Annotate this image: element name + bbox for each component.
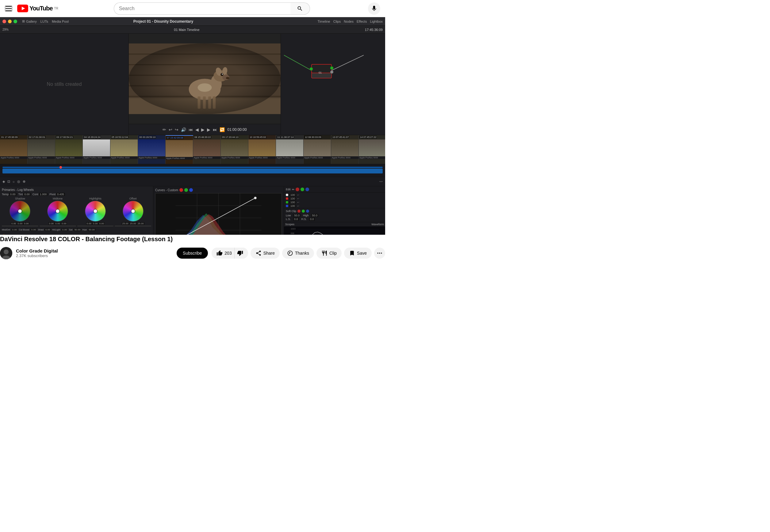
pencil-button[interactable]: ✏ bbox=[162, 127, 166, 132]
channel-avatar[interactable] bbox=[0, 247, 12, 259]
edit-green-btn[interactable] bbox=[300, 188, 304, 191]
shadow-values: 0.00 0.00 0.00 bbox=[11, 222, 29, 225]
clip-item-7[interactable]: 07 15:42:09:08 Apple ProRes 4444 bbox=[166, 135, 193, 164]
color-tool-btn-4[interactable]: ◎ bbox=[17, 180, 20, 184]
edit-pencil-btn[interactable]: ✏ bbox=[292, 188, 294, 191]
clip-item-13[interactable]: 13 07:45:41:07 Apple ProRes 4444 bbox=[331, 135, 359, 164]
video-container: ⊞ Gallery LUTs Media Pool Project 01 - D… bbox=[0, 17, 385, 235]
shadow-slider[interactable] bbox=[2, 226, 38, 226]
loop-button[interactable]: 🔁 bbox=[219, 127, 225, 132]
channel-reset-4[interactable]: ↩ bbox=[297, 205, 299, 207]
play-button[interactable]: ▶ bbox=[201, 127, 204, 132]
timeline-tab[interactable]: Timeline bbox=[318, 20, 330, 23]
highlights-color-wheel[interactable] bbox=[85, 201, 106, 222]
shadow-label: Shadow bbox=[15, 197, 25, 200]
color-tool-btn-5[interactable]: ⊕ bbox=[23, 180, 25, 184]
hi-light-label: Hi/Light bbox=[52, 228, 60, 231]
clip-format: Apple ProRes 4444 bbox=[276, 156, 303, 159]
channel-reset-2[interactable]: ↩ bbox=[297, 197, 299, 200]
thanks-button[interactable]: Thanks bbox=[282, 248, 314, 259]
highlights-val-b: 0.00 bbox=[99, 222, 105, 225]
color-toolbar: ◈ ⊡ ○ ◎ ⊕ 〰 bbox=[0, 177, 385, 186]
clip-item-3[interactable]: 03 17:00:54:21 Apple ProRes 4444 bbox=[55, 135, 83, 164]
soft-clip-blue[interactable] bbox=[306, 210, 309, 213]
waveform-btn[interactable]: 〰 bbox=[379, 180, 383, 184]
curves-green-btn[interactable] bbox=[184, 188, 188, 192]
channel-val-3: 100 bbox=[289, 201, 296, 204]
minimize-window-dot[interactable] bbox=[8, 20, 12, 23]
offset-color-wheel[interactable] bbox=[123, 201, 143, 222]
more-options-button[interactable] bbox=[374, 248, 385, 259]
highlights-slider[interactable] bbox=[77, 226, 114, 226]
like-button[interactable]: 203 bbox=[211, 248, 234, 259]
undo-button[interactable]: ↩ bbox=[169, 127, 172, 132]
clip-item-5[interactable]: 05 16:53:12:04 Apple ProRes 4444 bbox=[110, 135, 138, 164]
zoom-level: 29% bbox=[2, 28, 9, 31]
clip-item-2[interactable]: 02 17:01:30:01 Apple ProRes 4444 bbox=[28, 135, 55, 164]
channel-reset-1[interactable]: ↩ bbox=[297, 194, 299, 196]
header-left: YouTube TR bbox=[5, 5, 58, 12]
search-input[interactable] bbox=[114, 2, 290, 15]
channel-name[interactable]: Color Grade Digital bbox=[16, 248, 173, 253]
skip-forward-button[interactable]: ⏭ bbox=[213, 127, 217, 132]
subscribe-button[interactable]: Subscribe bbox=[177, 248, 208, 259]
color-tool-btn-3[interactable]: ○ bbox=[13, 180, 15, 184]
clip-item-10[interactable]: 10 16:59:45:02 Apple ProRes 4444 bbox=[248, 135, 276, 164]
clip-thumbnail bbox=[55, 139, 82, 156]
clip-item-9[interactable]: 09 17:20:44:13 Apple ProRes 4444 bbox=[221, 135, 248, 164]
clip-thumbnail bbox=[221, 139, 248, 156]
soft-clip-red[interactable] bbox=[297, 210, 300, 213]
hamburger-menu-button[interactable] bbox=[5, 6, 12, 12]
search-button[interactable] bbox=[290, 2, 310, 15]
edit-red-btn[interactable] bbox=[295, 188, 299, 191]
clip-item-8[interactable]: 08 15:48:39:22 Apple ProRes 4444 bbox=[193, 135, 221, 164]
clip-button[interactable]: Clip bbox=[316, 248, 341, 259]
midtone-slider[interactable] bbox=[40, 226, 76, 226]
luts-tab[interactable]: LUTs bbox=[40, 20, 48, 23]
step-back-button[interactable]: ◀ bbox=[195, 127, 199, 132]
clip-item-14[interactable]: 14 07:45:27:22 Apple ProRes 4444 bbox=[359, 135, 385, 164]
save-button[interactable]: Save bbox=[344, 248, 371, 259]
voice-search-button[interactable] bbox=[368, 2, 380, 15]
clip-item-6[interactable]: 06 00:28:59:10 Apple ProRes 4444 bbox=[138, 135, 166, 164]
clip-item-1[interactable]: 01 17:45:36:09 Apple ProRes 4444 bbox=[0, 135, 28, 164]
mic-icon bbox=[371, 6, 377, 12]
close-window-dot[interactable] bbox=[2, 20, 6, 23]
youtube-logo-icon bbox=[17, 5, 28, 12]
channel-reset-3[interactable]: ↩ bbox=[297, 201, 299, 204]
redo-button[interactable]: ↪ bbox=[175, 127, 178, 132]
step-forward-button[interactable]: ▶ bbox=[207, 127, 210, 132]
preview-controls: ✏ ↩ ↪ 🔊 ⏮ ◀ ▶ ▶ ⏭ 🔁 01:00:00:00 bbox=[129, 124, 280, 135]
curves-red-btn[interactable] bbox=[179, 188, 183, 192]
clips-tab[interactable]: Clips bbox=[333, 20, 341, 23]
midtone-color-wheel[interactable] bbox=[47, 201, 68, 222]
gallery-icon: ⊞ bbox=[22, 19, 25, 23]
color-tool-btn-1[interactable]: ◈ bbox=[2, 180, 5, 184]
youtube-logo[interactable]: YouTube TR bbox=[17, 5, 58, 12]
gallery-tab[interactable]: ⊞ Gallery bbox=[22, 19, 37, 23]
color-tool-btn-2[interactable]: ⊡ bbox=[7, 180, 10, 184]
offset-slider[interactable] bbox=[115, 226, 151, 226]
effects-tab[interactable]: Effects bbox=[356, 20, 367, 23]
volume-button[interactable]: 🔊 bbox=[181, 127, 186, 132]
clip-thumbnail bbox=[28, 139, 55, 156]
clip-item-12[interactable]: 12 08:30:33:09 Apple ProRes 4444 bbox=[303, 135, 331, 164]
clip-item-11[interactable]: 11 11:36:37:14 Apple ProRes 4444 bbox=[276, 135, 303, 164]
shadow-color-wheel[interactable] bbox=[10, 201, 30, 222]
clip-format: Apple ProRes 4444 bbox=[248, 156, 276, 159]
skip-back-button[interactable]: ⏮ bbox=[189, 127, 193, 132]
media-pool-tab[interactable]: Media Pool bbox=[52, 20, 69, 23]
dislike-button[interactable] bbox=[234, 248, 248, 259]
curves-canvas[interactable] bbox=[155, 193, 282, 235]
clip-strip: 01 17:45:36:09 Apple ProRes 4444 02 17:0… bbox=[0, 135, 385, 164]
nodes-tab[interactable]: Nodes bbox=[344, 20, 353, 23]
lightbox-tab[interactable]: Lightbox bbox=[370, 20, 383, 23]
video-info-section: DaVinci Resolve 18 COLOR - Balancing Foo… bbox=[0, 235, 385, 267]
soft-clip-green[interactable] bbox=[302, 210, 305, 213]
edit-blue-btn[interactable] bbox=[305, 188, 309, 191]
maximize-window-dot[interactable] bbox=[13, 20, 17, 23]
clip-item-4[interactable]: 04 16:39:24:24 Apple ProRes 4444 bbox=[83, 135, 110, 164]
share-button[interactable]: Share bbox=[250, 248, 280, 259]
highlights-wheel-handle bbox=[93, 209, 97, 213]
curves-blue-btn[interactable] bbox=[189, 188, 193, 192]
